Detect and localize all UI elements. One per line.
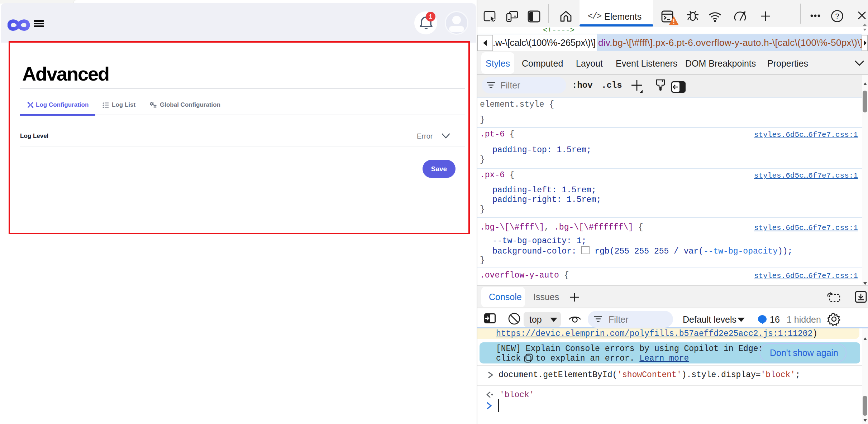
svg-text:?: ? <box>835 12 839 20</box>
